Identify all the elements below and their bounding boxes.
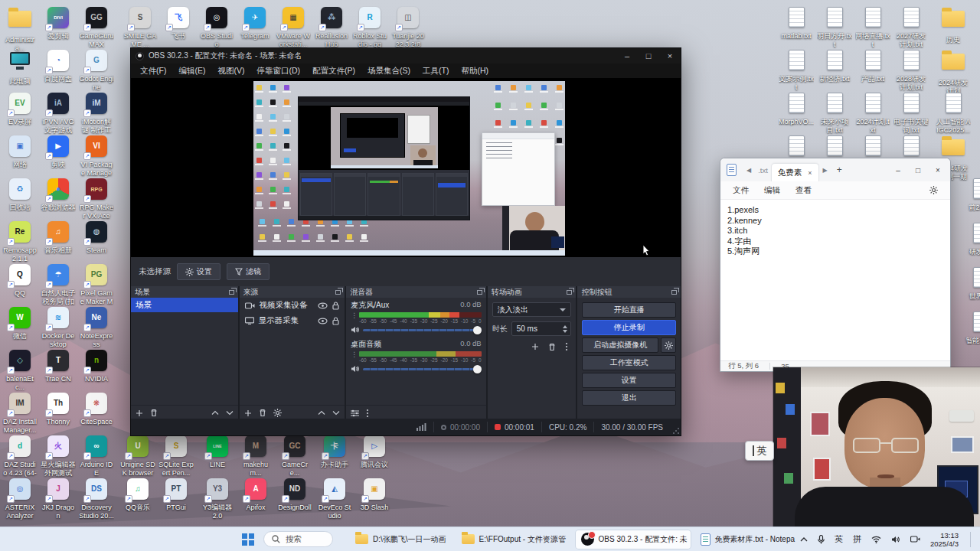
desktop-icon[interactable]: ☂↗自然人电子税务局 (扣缴... xyxy=(41,263,76,306)
desktop-icon[interactable]: ◫↗Tuanjie 2022.3.2t8 xyxy=(390,6,426,49)
desktop-icon[interactable]: S↗SMILE GAME ... xyxy=(122,6,158,49)
trash-icon[interactable] xyxy=(150,409,158,417)
plus-icon[interactable] xyxy=(136,409,143,417)
taskbar-app-button[interactable]: 免费素材库.txt - Notepa xyxy=(695,530,800,549)
up-icon[interactable] xyxy=(318,410,325,416)
active-tab[interactable]: 免费素 × xyxy=(771,163,819,181)
desktop-icon[interactable]: ♻回收站 xyxy=(2,178,38,212)
control-button[interactable]: 退出 xyxy=(582,390,676,406)
obs-menu-item[interactable]: 视图(V) xyxy=(211,66,250,77)
search-box[interactable]: 搜索 xyxy=(263,531,333,547)
maximize-button[interactable]: □ xyxy=(638,48,659,64)
control-button[interactable]: 工作室模式 xyxy=(582,355,676,370)
sliders-icon[interactable] xyxy=(351,409,359,417)
microphone-icon[interactable] xyxy=(818,535,825,544)
desktop-icon[interactable]: IM↗DAZ Install Manager... xyxy=(2,392,38,435)
desktop-icon[interactable]: 研发.txt xyxy=(963,222,980,256)
desktop-icon[interactable]: ◔↗百度网盘 xyxy=(41,49,76,83)
visibility-eye-icon[interactable] xyxy=(318,318,328,324)
desktop-icon[interactable]: MorphVO... xyxy=(779,92,814,126)
trash-icon[interactable] xyxy=(548,342,556,351)
control-button[interactable]: 停止录制 xyxy=(582,320,676,335)
camera-in-use-icon[interactable] xyxy=(910,536,920,543)
speaker-icon[interactable] xyxy=(351,326,359,334)
obs-menu-item[interactable]: 工具(T) xyxy=(416,66,455,77)
desktop-icon[interactable]: PG↗Pixel Game Maker MV xyxy=(79,263,114,306)
settings-gear-icon[interactable] xyxy=(929,186,946,194)
desktop-icon[interactable]: W↗微信 xyxy=(2,306,38,341)
control-button[interactable]: 设置 xyxy=(582,373,676,388)
desktop-icon[interactable]: 火↗星火编辑器 外网测试 xyxy=(41,435,76,478)
desktop-icon[interactable]: J↗JKJ Dragon xyxy=(41,478,76,520)
control-button[interactable]: 开始直播 xyxy=(582,302,676,318)
lock-icon[interactable] xyxy=(332,317,339,325)
popout-icon[interactable] xyxy=(229,290,234,295)
obs-menu-item[interactable]: 配置文件(P) xyxy=(306,66,361,77)
obs-menu-item[interactable]: 帮助(H) xyxy=(455,66,495,77)
kebab-icon[interactable] xyxy=(565,342,568,351)
maximize-button[interactable]: □ xyxy=(909,161,927,178)
resize-grip[interactable] xyxy=(672,427,679,434)
desktop-icon[interactable]: ND↗DesignDoll xyxy=(277,478,312,512)
desktop-icon[interactable]: 电子书关键 词.txt xyxy=(893,92,929,135)
source-properties-button[interactable]: 设置 xyxy=(177,263,220,280)
desktop-icon[interactable]: Y3↗Y3编辑器 2.0 xyxy=(200,478,235,520)
source-filters-button[interactable]: 滤镜 xyxy=(227,263,270,280)
desktop-icon[interactable]: ♫↗QQ音乐 xyxy=(120,478,155,512)
slider-knob[interactable] xyxy=(473,365,482,373)
notepad-tabbar[interactable]: ◀ .txt 免费素 × ▶ + – □ × xyxy=(720,158,950,181)
speaker-icon[interactable] xyxy=(351,365,359,373)
desktop-icon[interactable]: ∞↗Arduino IDE xyxy=(79,435,114,478)
slider-knob[interactable] xyxy=(473,326,482,334)
down-icon[interactable] xyxy=(332,410,340,416)
obs-preview[interactable] xyxy=(131,78,681,257)
desktop-icon[interactable]: DIVI↗爱剪辑 xyxy=(41,6,76,41)
plus-icon[interactable] xyxy=(244,409,252,417)
tab-scroll-left-button[interactable]: ◀ xyxy=(743,167,755,174)
desktop-icon[interactable]: DS↗Discovery Studio 20... xyxy=(79,478,114,520)
desktop-icon[interactable]: 历史 xyxy=(936,6,971,44)
desktop-icon[interactable]: 未来小项目.txt xyxy=(817,92,852,135)
volume-slider[interactable] xyxy=(363,368,481,370)
tab-scroll-right-button[interactable]: ▶ xyxy=(819,167,831,174)
plus-icon[interactable] xyxy=(531,342,539,351)
desktop-icon[interactable]: ▣网络 xyxy=(2,135,38,169)
wifi-icon[interactable] xyxy=(871,536,881,543)
obs-titlebar[interactable]: OBS 30.2.3 - 配置文件: 未命名 - 场景: 未命名 – □ × xyxy=(131,48,681,64)
desktop-icon[interactable]: iM↗iMotion解谜 制作工具 xyxy=(79,92,114,135)
desktop-icon[interactable]: ◭↗DevEco Studio xyxy=(317,478,352,520)
visibility-eye-icon[interactable] xyxy=(318,302,328,309)
obs-menu-item[interactable]: 文件(F) xyxy=(134,66,172,77)
spinner[interactable] xyxy=(563,325,569,333)
kebab-icon[interactable] xyxy=(366,409,369,418)
gear-icon[interactable] xyxy=(273,409,282,417)
desktop-icon[interactable]: Ne↗NoteExpress xyxy=(79,306,114,349)
minimize-button[interactable]: – xyxy=(616,48,638,64)
desktop-icon[interactable]: ▷↗腾讯会议 xyxy=(357,435,392,469)
desktop-icon[interactable]: GC↗GameCre... xyxy=(277,435,312,478)
volume-icon[interactable] xyxy=(891,536,900,543)
desktop-icon[interactable]: ●↗谷歌浏览器 xyxy=(41,178,76,212)
desktop-icon[interactable]: 网络直播.txt xyxy=(855,6,890,49)
close-button[interactable]: × xyxy=(659,48,681,64)
ime-pinyin-indicator[interactable]: 拼 xyxy=(853,533,861,545)
down-icon[interactable] xyxy=(226,410,234,416)
ime-en-indicator[interactable]: 英 xyxy=(835,533,843,545)
popout-icon[interactable] xyxy=(567,290,572,295)
source-row[interactable]: 视频采集设备 xyxy=(240,298,345,313)
desktop-icon[interactable]: Re↗Remosapp 2.1.1 xyxy=(2,220,38,263)
desktop-icon[interactable]: 人工智能 AIGC2025... xyxy=(936,92,971,135)
desktop-icon[interactable]: ◍↗Steam xyxy=(79,220,114,255)
desktop-icon[interactable]: EV↗EV录屏 xyxy=(2,92,38,126)
desktop-icon[interactable]: ▣↗3D Slash xyxy=(357,478,392,512)
desktop-icon[interactable]: n↗NVIDIA xyxy=(79,349,114,383)
desktop-icon[interactable]: 世界.txt xyxy=(963,266,980,301)
desktop-icon[interactable]: Th↗Thonny xyxy=(41,392,76,426)
desktop-icon[interactable]: ≋↗Docker Desktop xyxy=(41,306,76,349)
new-tab-button[interactable]: + xyxy=(831,165,848,175)
desktop-icon[interactable]: T↗Trae CN xyxy=(41,349,76,383)
desktop-icon[interactable]: matlab.txt xyxy=(779,6,814,41)
desktop-icon[interactable]: ⁂↗Reallusion Hub xyxy=(314,6,349,49)
desktop-icon[interactable]: Q↗QQ xyxy=(2,263,38,298)
desktop-icon[interactable]: 明日方舟.txt xyxy=(817,6,852,49)
